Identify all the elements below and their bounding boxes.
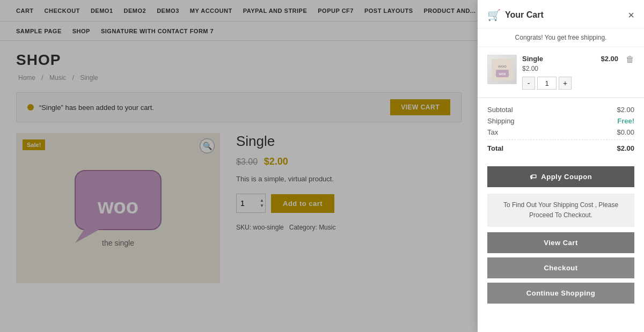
cart-totals: Subtotal $2.00 Shipping Free! Tax $0.00 … bbox=[478, 98, 644, 163]
cart-item-thumbnail-svg: woo woo bbox=[492, 59, 513, 80]
svg-text:woo: woo bbox=[498, 72, 506, 76]
subtotal-value: $2.00 bbox=[617, 106, 634, 114]
cart-qty-minus-button[interactable]: - bbox=[522, 77, 535, 90]
cart-item-name: Single bbox=[522, 55, 595, 63]
coupon-icon: 🏷 bbox=[530, 173, 537, 181]
cart-title-wrap: 🛒 Your Cart bbox=[487, 9, 544, 21]
cart-panel: 🛒 Your Cart × Congrats! You get free shi… bbox=[478, 0, 644, 294]
shipping-cost-message: To Find Out Your Shipping Cost , Please … bbox=[487, 194, 634, 227]
total-value: $2.00 bbox=[617, 144, 634, 152]
cart-item: woo woo Single $2.00 - 1 + $2.00 🗑 bbox=[478, 47, 644, 98]
apply-coupon-button[interactable]: 🏷 Apply Coupon bbox=[487, 166, 634, 187]
total-label: Total bbox=[487, 144, 503, 152]
tax-value: $0.00 bbox=[617, 128, 634, 136]
cart-qty-display: 1 bbox=[537, 77, 557, 90]
view-cart-button[interactable]: View Cart bbox=[487, 232, 634, 253]
cart-qty-plus-button[interactable]: + bbox=[559, 77, 572, 90]
total-row: Total $2.00 bbox=[487, 139, 634, 152]
shipping-row: Shipping Free! bbox=[487, 117, 634, 125]
cart-panel-header: 🛒 Your Cart × bbox=[478, 0, 644, 28]
cart-item-details: Single $2.00 - 1 + bbox=[522, 55, 595, 90]
apply-coupon-label: Apply Coupon bbox=[541, 173, 592, 181]
tax-row: Tax $0.00 bbox=[487, 128, 634, 136]
cart-item-total: $2.00 bbox=[601, 55, 618, 63]
cart-icon: 🛒 bbox=[487, 9, 501, 21]
shipping-label: Shipping bbox=[487, 117, 515, 125]
cart-panel-title: Your Cart bbox=[505, 10, 544, 20]
svg-text:woo: woo bbox=[497, 64, 507, 69]
cart-close-button[interactable]: × bbox=[628, 10, 634, 20]
cart-item-image: woo woo bbox=[487, 55, 517, 84]
cart-qty-controls: - 1 + bbox=[522, 77, 595, 90]
continue-shopping-button[interactable]: Continue Shopping bbox=[487, 283, 634, 294]
tax-label: Tax bbox=[487, 128, 498, 136]
cart-item-delete-button[interactable]: 🗑 bbox=[626, 55, 634, 64]
cart-item-thumbnail: woo woo bbox=[488, 55, 516, 84]
shipping-value: Free! bbox=[617, 117, 634, 125]
cart-item-price: $2.00 bbox=[522, 65, 595, 72]
checkout-button[interactable]: Checkout bbox=[487, 257, 634, 278]
subtotal-row: Subtotal $2.00 bbox=[487, 106, 634, 114]
free-shipping-message: Congrats! You get free shipping. bbox=[478, 28, 644, 47]
subtotal-label: Subtotal bbox=[487, 106, 513, 114]
